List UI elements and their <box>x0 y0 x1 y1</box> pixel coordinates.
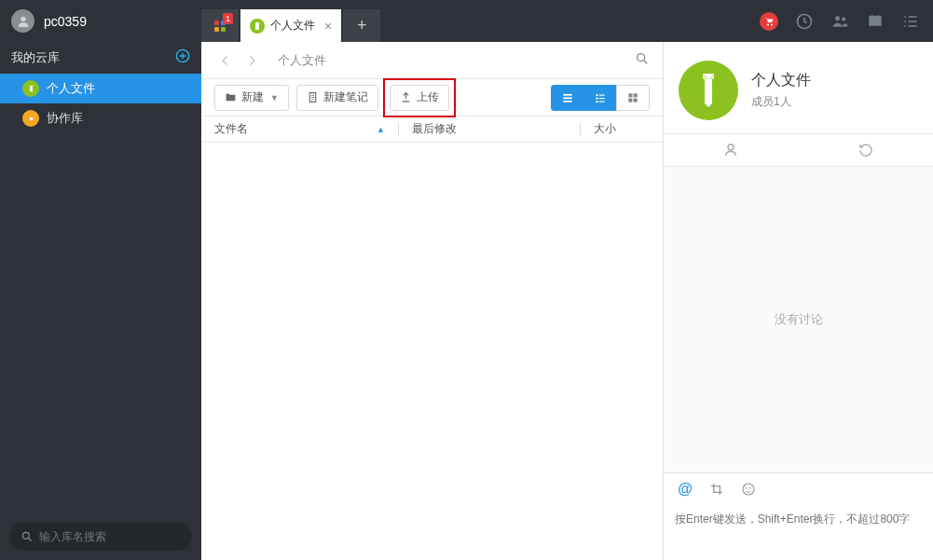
top-toolbar <box>760 0 933 42</box>
panel-subtitle: 成员1人 <box>751 94 811 110</box>
comment-input[interactable] <box>664 504 933 560</box>
svg-rect-24 <box>599 101 605 102</box>
svg-rect-20 <box>599 94 605 95</box>
panel-tabs <box>664 133 933 167</box>
comment-toolbar: @ <box>664 472 933 504</box>
svg-rect-26 <box>634 93 638 97</box>
view-list[interactable] <box>583 85 617 111</box>
info-card: 个人文件 成员1人 <box>664 42 933 133</box>
toolbar: 新建 ▼ 新建笔记 上传 <box>201 79 663 116</box>
view-grid[interactable] <box>616 85 650 111</box>
svg-rect-9 <box>255 22 259 30</box>
svg-rect-5 <box>214 20 219 25</box>
svg-rect-29 <box>705 79 712 103</box>
sidebar-item-label: 个人文件 <box>47 80 95 97</box>
upload-button[interactable]: 上传 <box>390 85 449 111</box>
svg-point-11 <box>771 23 773 25</box>
library-icon <box>679 61 738 120</box>
svg-point-33 <box>749 486 751 488</box>
discussion-empty: 没有讨论 <box>664 167 933 472</box>
svg-rect-18 <box>563 100 571 102</box>
svg-point-31 <box>743 484 754 495</box>
svg-rect-16 <box>563 93 571 95</box>
people-icon[interactable] <box>830 12 849 31</box>
sidebar-search-input[interactable] <box>39 530 181 543</box>
col-name[interactable]: 文件名 ▲ <box>214 121 398 137</box>
book-icon[interactable] <box>866 12 885 31</box>
svg-point-10 <box>767 23 769 25</box>
tab-label: 个人文件 <box>270 18 315 34</box>
svg-point-3 <box>29 116 33 120</box>
comment-textarea[interactable] <box>675 512 922 553</box>
svg-rect-22 <box>599 98 605 99</box>
svg-point-13 <box>835 16 840 20</box>
svg-point-32 <box>746 486 748 488</box>
tab-activity[interactable] <box>799 134 934 166</box>
svg-point-14 <box>842 17 845 20</box>
folder-plus-icon <box>225 91 237 103</box>
breadcrumb-path: 个人文件 <box>272 52 635 69</box>
user-row[interactable]: pc0359 <box>0 0 201 42</box>
collab-icon <box>22 110 39 127</box>
file-list <box>201 143 663 560</box>
avatar-icon <box>11 9 34 33</box>
note-icon <box>307 91 319 103</box>
emoji-icon[interactable] <box>740 481 757 498</box>
tab-strip: 1 个人文件 × + <box>201 0 933 42</box>
notification-badge: 1 <box>223 13 233 24</box>
clock-icon[interactable] <box>795 12 814 31</box>
tab-dashboard[interactable]: 1 <box>201 9 239 42</box>
new-note-button[interactable]: 新建笔记 <box>296 85 378 111</box>
user-name: pc0359 <box>44 14 87 29</box>
sidebar-header: 我的云库 <box>0 42 201 74</box>
svg-point-4 <box>22 532 29 539</box>
chevron-down-icon: ▼ <box>270 93 279 102</box>
svg-point-30 <box>728 144 734 150</box>
tab-active[interactable]: 个人文件 × <box>240 9 341 42</box>
main: 1 个人文件 × + <box>201 0 933 560</box>
svg-rect-17 <box>563 97 571 99</box>
add-library-icon[interactable] <box>175 48 190 68</box>
svg-point-15 <box>638 53 645 61</box>
sidebar-title: 我的云库 <box>11 49 60 66</box>
panel-title: 个人文件 <box>751 71 811 90</box>
svg-point-19 <box>596 93 597 95</box>
sidebar: pc0359 我的云库 个人文件 协作库 <box>0 0 201 560</box>
search-icon <box>21 530 34 543</box>
cart-icon[interactable] <box>760 12 778 31</box>
tab-new[interactable]: + <box>343 9 380 42</box>
view-switch <box>551 85 650 111</box>
sidebar-item-collab[interactable]: 协作库 <box>0 103 201 133</box>
svg-rect-2 <box>30 87 33 91</box>
sort-asc-icon: ▲ <box>377 125 385 134</box>
col-size[interactable]: 大小 <box>594 121 650 137</box>
svg-rect-27 <box>628 98 632 102</box>
svg-point-23 <box>596 100 597 102</box>
upload-icon <box>400 91 412 103</box>
svg-rect-8 <box>221 27 226 32</box>
sidebar-search[interactable] <box>9 523 192 551</box>
col-modified[interactable]: 最后修改 <box>412 121 580 137</box>
tab-members[interactable] <box>664 134 799 166</box>
svg-rect-28 <box>634 98 638 102</box>
view-detail[interactable] <box>551 85 584 111</box>
svg-rect-25 <box>628 93 632 97</box>
folder-icon <box>250 19 265 34</box>
forward-icon[interactable] <box>240 49 263 72</box>
back-icon[interactable] <box>214 49 237 72</box>
mention-icon[interactable]: @ <box>677 481 693 498</box>
column-header: 文件名 ▲ 最后修改 大小 <box>201 116 663 143</box>
close-icon[interactable]: × <box>324 19 332 34</box>
sidebar-item-label: 协作库 <box>47 110 83 127</box>
folder-icon <box>22 80 39 97</box>
list-icon[interactable] <box>901 12 920 31</box>
svg-rect-7 <box>214 27 219 32</box>
search-icon[interactable] <box>635 51 650 70</box>
crop-icon[interactable] <box>708 481 725 498</box>
new-button[interactable]: 新建 ▼ <box>214 85 289 111</box>
svg-point-21 <box>596 97 597 99</box>
upload-highlight: 上传 <box>383 78 456 117</box>
sidebar-item-personal[interactable]: 个人文件 <box>0 74 201 103</box>
svg-point-0 <box>21 16 25 20</box>
breadcrumb: 个人文件 <box>201 42 663 79</box>
